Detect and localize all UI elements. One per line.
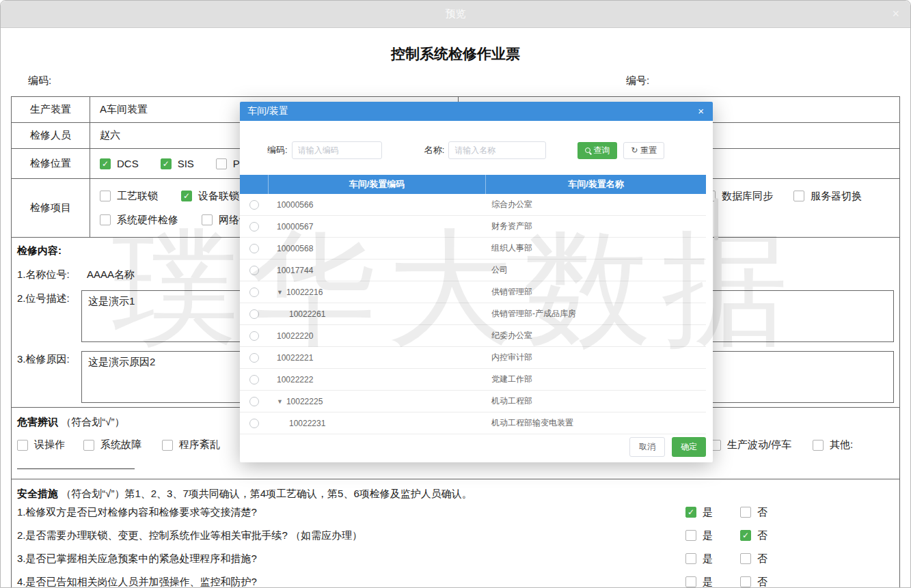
row-radio[interactable] xyxy=(249,419,259,428)
safety-note: （符合划“√”）第1、2、3、7项共同确认，第4项工艺确认，第5、6项检修及监护… xyxy=(61,488,472,499)
production-device-label: 生产装置 xyxy=(12,97,90,122)
safety-question-4: 4.是否已告知相关岗位人员并加强操作、监控和防护? 是 否 xyxy=(17,570,894,588)
table-row[interactable]: 10000567 财务资产部 xyxy=(240,216,706,238)
maintenance-reason-label: 3.检修原因: xyxy=(17,351,81,366)
scrollbar-thumb[interactable] xyxy=(714,198,718,240)
close-icon[interactable]: × xyxy=(892,7,899,20)
workshop-device-modal: 车间/装置 × 编码: 名称: 查询 ↻ 重置 车间/装置编码 车间/装置名称 … xyxy=(240,102,713,462)
row-name: 公司 xyxy=(486,264,706,276)
tag-description-label: 2.位号描述: xyxy=(17,290,81,305)
modal-header: 车间/装置 × xyxy=(240,102,713,121)
code-column-header: 车间/装置编码 xyxy=(269,175,486,194)
row-code: 10022221 xyxy=(277,353,313,363)
yes-checkbox[interactable]: 是 xyxy=(685,576,740,588)
table-header: 车间/装置编码 车间/装置名称 xyxy=(240,175,706,194)
checkbox-box[interactable] xyxy=(100,158,111,169)
modal-table: 车间/装置编码 车间/装置名称 10000566 综合办公室 10000567 … xyxy=(240,175,713,440)
row-code: 10022216 xyxy=(286,288,323,297)
table-row[interactable]: ▼ 10022225 机动工程部 xyxy=(240,391,706,412)
code-search-label: 编码: xyxy=(267,144,288,156)
checkbox-process-interlock[interactable]: 工艺联锁 xyxy=(100,190,158,203)
row-radio[interactable] xyxy=(249,266,259,275)
table-row[interactable]: 10000566 综合办公室 xyxy=(240,194,706,216)
modal-footer: 取消 确定 xyxy=(629,437,706,457)
safety-question-1: 1.检修双方是否已对检修内容和检修要求等交接清楚? 是 否 xyxy=(17,501,894,524)
row-code: 10022225 xyxy=(286,397,323,406)
row-name: 内控审计部 xyxy=(486,352,706,363)
refresh-icon: ↻ xyxy=(631,145,638,155)
collapse-arrow-icon[interactable]: ▼ xyxy=(277,289,283,296)
no-checkbox[interactable]: 否 xyxy=(740,529,795,542)
row-radio[interactable] xyxy=(249,288,259,297)
row-name: 财务资产部 xyxy=(486,221,706,232)
no-checkbox[interactable]: 否 xyxy=(740,552,795,565)
row-radio[interactable] xyxy=(249,244,259,253)
checkbox-box[interactable] xyxy=(161,158,172,169)
row-radio[interactable] xyxy=(249,222,259,232)
row-radio[interactable] xyxy=(249,353,259,363)
table-row[interactable]: 10022221 内控审计部 xyxy=(240,347,706,369)
tag-name-value: AAAA名称 xyxy=(87,266,135,281)
reset-button[interactable]: ↻ 重置 xyxy=(623,142,664,159)
row-code: 10017744 xyxy=(277,266,313,275)
row-name: 供销管理部 xyxy=(486,286,706,298)
modal-search-bar: 编码: 名称: 查询 ↻ 重置 xyxy=(240,121,713,159)
table-row[interactable]: 10022261 供销管理部-产成品库房 xyxy=(240,303,706,325)
row-name: 党建工作部 xyxy=(486,374,706,385)
name-search-input[interactable] xyxy=(448,141,546,159)
safety-question-2: 2.是否需要办理联锁、变更、控制系统作业等相关审批手续? （如需应办理） 是 否 xyxy=(17,524,894,547)
no-checkbox[interactable]: 否 xyxy=(740,506,795,519)
table-row[interactable]: 10022231 机动工程部输变电装置 xyxy=(240,412,706,434)
radio-column-header xyxy=(240,175,269,194)
table-row[interactable]: 10000568 组织人事部 xyxy=(240,238,706,260)
tag-name-label: 1.名称位号: xyxy=(17,266,81,281)
checkbox-server-switch[interactable]: 服务器切换 xyxy=(793,190,862,203)
checkbox-program-disorder[interactable]: 程序紊乱 xyxy=(162,438,220,451)
row-name: 纪委办公室 xyxy=(486,330,706,341)
row-radio[interactable] xyxy=(249,331,259,341)
yes-checkbox[interactable]: 是 xyxy=(685,529,740,542)
yes-checkbox[interactable]: 是 xyxy=(685,552,740,565)
collapse-arrow-icon[interactable]: ▼ xyxy=(277,398,283,405)
preview-titlebar: 预览 × xyxy=(1,1,910,28)
checkbox-other[interactable]: 其他: xyxy=(813,438,853,451)
code-row: 编码: 编号: xyxy=(1,74,910,91)
question-text: 3.是否已掌握相关应急预案中的紧急处理程序和措施? xyxy=(17,552,685,565)
no-checkbox[interactable]: 否 xyxy=(740,576,795,588)
row-name: 组织人事部 xyxy=(486,242,706,254)
checkbox-box[interactable] xyxy=(216,158,227,169)
checkbox-equipment-interlock[interactable]: 设备联锁 xyxy=(181,190,239,203)
row-radio[interactable] xyxy=(249,309,259,319)
row-code: 10022222 xyxy=(277,375,313,384)
row-radio[interactable] xyxy=(249,200,259,210)
other-write-in-line xyxy=(17,468,135,469)
maintenance-personnel-label: 检修人员 xyxy=(12,123,90,148)
checkbox-dcs[interactable]: DCS xyxy=(100,158,139,169)
row-radio[interactable] xyxy=(249,397,259,406)
table-row[interactable]: 10017744 公司 xyxy=(240,260,706,281)
row-code: 10000568 xyxy=(277,244,313,253)
checkbox-sis[interactable]: SIS xyxy=(161,158,194,169)
row-radio[interactable] xyxy=(249,375,259,384)
modal-close-icon[interactable]: × xyxy=(698,105,704,117)
cancel-button[interactable]: 取消 xyxy=(629,437,665,457)
code-search-input[interactable] xyxy=(292,141,382,159)
row-code: 10022231 xyxy=(289,419,325,428)
table-row[interactable]: ▼ 10022216 供销管理部 xyxy=(240,281,706,303)
query-button[interactable]: 查询 xyxy=(577,142,617,159)
table-row[interactable]: 10022220 纪委办公室 xyxy=(240,325,706,347)
question-text: 2.是否需要办理联锁、变更、控制系统作业等相关审批手续? （如需应办理） xyxy=(17,529,685,542)
safety-measures-section: 安全措施 （符合划“√”）第1、2、3、7项共同确认，第4项工艺确认，第5、6项… xyxy=(12,479,899,588)
checkbox-system-failure[interactable]: 系统故障 xyxy=(83,438,141,451)
checkbox-misoperation[interactable]: 误操作 xyxy=(17,438,65,451)
modal-title: 车间/装置 xyxy=(247,105,288,117)
hazard-heading: 危害辨识 xyxy=(17,416,58,428)
maintenance-project-label: 检修项目 xyxy=(12,179,90,237)
row-name: 机动工程部 xyxy=(486,395,706,407)
checkbox-system-hardware[interactable]: 系统硬件检修 xyxy=(100,214,178,227)
question-text: 4.是否已告知相关岗位人员并加强操作、监控和防护? xyxy=(17,576,685,588)
confirm-button[interactable]: 确定 xyxy=(672,437,706,457)
checkbox-production-fluctuation[interactable]: 生产波动/停车 xyxy=(710,438,791,451)
table-row[interactable]: 10022222 党建工作部 xyxy=(240,369,706,391)
yes-checkbox[interactable]: 是 xyxy=(685,506,740,519)
